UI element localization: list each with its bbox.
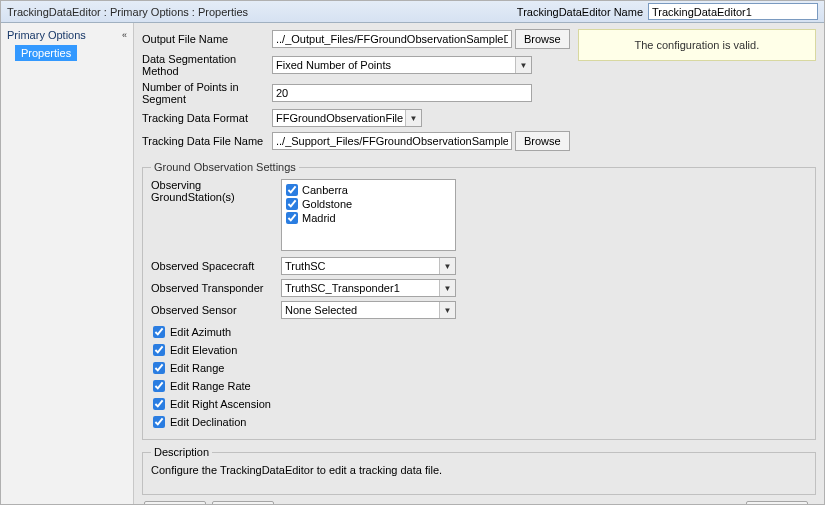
footer: Ok Cancel Help <box>142 495 816 504</box>
data-file-label: Tracking Data File Name <box>142 135 272 147</box>
browse-output-button[interactable]: Browse <box>515 29 570 49</box>
edit-azimuth-label: Edit Azimuth <box>170 326 231 338</box>
name-field-group: TrackingDataEditor Name <box>517 3 818 20</box>
edit-elevation-checkbox[interactable] <box>153 344 165 356</box>
sensor-combo[interactable] <box>281 301 456 319</box>
top-row: Output File Name Browse Data Segmentatio… <box>142 29 816 155</box>
breadcrumb: TrackingDataEditor : Primary Options : P… <box>7 6 517 18</box>
transponder-label: Observed Transponder <box>151 282 281 294</box>
main-panel: Output File Name Browse Data Segmentatio… <box>134 23 824 504</box>
spacecraft-combo[interactable] <box>281 257 456 275</box>
cancel-button[interactable]: Cancel <box>212 501 274 504</box>
list-item: Goldstone <box>286 197 451 211</box>
chevron-down-icon[interactable]: ▼ <box>515 57 531 73</box>
transponder-combo[interactable] <box>281 279 456 297</box>
station-label: Canberra <box>302 184 348 196</box>
titlebar: TrackingDataEditor : Primary Options : P… <box>1 1 824 23</box>
station-label: Madrid <box>302 212 336 224</box>
output-file-input[interactable] <box>272 30 512 48</box>
edit-dec-checkbox[interactable] <box>153 416 165 428</box>
chevron-down-icon[interactable]: ▼ <box>439 280 455 296</box>
sensor-label: Observed Sensor <box>151 304 281 316</box>
window: TrackingDataEditor : Primary Options : P… <box>0 0 825 505</box>
edit-range-checkbox[interactable] <box>153 362 165 374</box>
num-points-input[interactable] <box>272 84 532 102</box>
list-item: Canberra <box>286 183 451 197</box>
obs-station-label: Observing GroundStation(s) <box>151 179 281 203</box>
sidebar-header-label: Primary Options <box>7 29 86 41</box>
num-points-label: Number of Points in Segment <box>142 81 272 105</box>
sidebar-item-properties[interactable]: Properties <box>15 45 77 61</box>
sidebar: Primary Options « Properties <box>1 23 134 504</box>
station-checkbox-goldstone[interactable] <box>286 198 298 210</box>
description-text: Configure the TrackingDataEditor to edit… <box>151 464 807 476</box>
ground-legend: Ground Observation Settings <box>151 161 299 173</box>
data-file-input[interactable] <box>272 132 512 150</box>
output-file-label: Output File Name <box>142 33 272 45</box>
browse-datafile-button[interactable]: Browse <box>515 131 570 151</box>
help-button[interactable]: Help <box>746 501 808 504</box>
edit-rangerate-label: Edit Range Rate <box>170 380 251 392</box>
chevron-down-icon[interactable]: ▼ <box>405 110 421 126</box>
format-combo[interactable] <box>272 109 422 127</box>
status-text: The configuration is valid. <box>634 39 759 51</box>
station-checkbox-canberra[interactable] <box>286 184 298 196</box>
ok-button[interactable]: Ok <box>144 501 206 504</box>
body: Primary Options « Properties Output File… <box>1 23 824 504</box>
edit-ra-label: Edit Right Ascension <box>170 398 271 410</box>
status-box: The configuration is valid. <box>578 29 816 61</box>
sidebar-header[interactable]: Primary Options « <box>3 27 131 43</box>
seg-method-combo[interactable] <box>272 56 532 74</box>
format-label: Tracking Data Format <box>142 112 272 124</box>
chevron-down-icon[interactable]: ▼ <box>439 258 455 274</box>
chevron-down-icon[interactable]: ▼ <box>439 302 455 318</box>
ground-station-list[interactable]: Canberra Goldstone Madrid <box>281 179 456 251</box>
spacecraft-label: Observed Spacecraft <box>151 260 281 272</box>
description-legend: Description <box>151 446 212 458</box>
station-checkbox-madrid[interactable] <box>286 212 298 224</box>
chevron-collapse-icon: « <box>122 30 127 40</box>
ground-observation-group: Ground Observation Settings Observing Gr… <box>142 161 816 440</box>
name-label: TrackingDataEditor Name <box>517 6 643 18</box>
seg-method-label: Data Segmentation Method <box>142 53 272 77</box>
list-item: Madrid <box>286 211 451 225</box>
description-group: Description Configure the TrackingDataEd… <box>142 446 816 495</box>
edit-rangerate-checkbox[interactable] <box>153 380 165 392</box>
edit-dec-label: Edit Declination <box>170 416 246 428</box>
name-input[interactable] <box>648 3 818 20</box>
edit-azimuth-checkbox[interactable] <box>153 326 165 338</box>
edit-ra-checkbox[interactable] <box>153 398 165 410</box>
station-label: Goldstone <box>302 198 352 210</box>
edit-elevation-label: Edit Elevation <box>170 344 237 356</box>
edit-range-label: Edit Range <box>170 362 224 374</box>
